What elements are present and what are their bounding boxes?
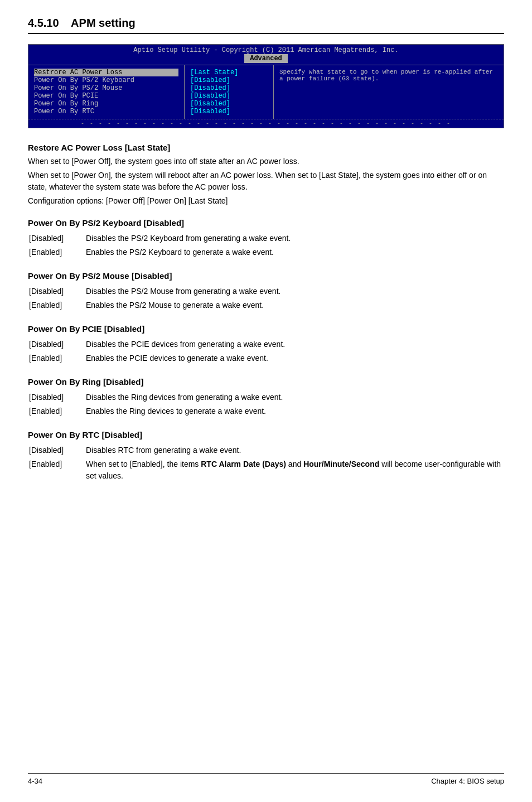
bios-val-4: [Disabled] bbox=[190, 100, 268, 108]
key-cell: [Disabled] bbox=[29, 444, 85, 457]
restore-ac-para-1: When set to [Power Off], the system goes… bbox=[28, 156, 504, 167]
bios-active-tab: Advanced bbox=[244, 54, 288, 63]
table-row: [Enabled] Enables the PCIE devices to ge… bbox=[29, 352, 503, 365]
table-ps2-keyboard: [Disabled] Disables the PS/2 Keyboard fr… bbox=[28, 231, 504, 260]
key-cell: [Disabled] bbox=[29, 285, 85, 298]
page-footer: 4-34 Chapter 4: BIOS setup bbox=[28, 773, 504, 785]
table-row: [Disabled] Disables the PS/2 Keyboard fr… bbox=[29, 232, 503, 245]
section-heading: 4.5.10 APM setting bbox=[28, 17, 504, 34]
heading-ps2-mouse: Power On By PS/2 Mouse [Disabled] bbox=[28, 271, 504, 281]
val-cell: Enables the PS/2 Mouse to generate a wak… bbox=[86, 299, 503, 312]
key-cell: [Disabled] bbox=[29, 391, 85, 404]
key-cell: [Enabled] bbox=[29, 458, 85, 482]
bios-title-text: Aptio Setup Utility - Copyright (C) 2011… bbox=[133, 46, 398, 54]
bios-screenshot: Aptio Setup Utility - Copyright (C) 2011… bbox=[28, 44, 504, 128]
table-row: [Disabled] Disables RTC from generating … bbox=[29, 444, 503, 457]
table-row: [Disabled] Disables the PS/2 Mouse from … bbox=[29, 285, 503, 298]
val-cell: Enables the PS/2 Keyboard to generate a … bbox=[86, 246, 503, 259]
bios-help-text: Specify what state to go to when power i… bbox=[279, 69, 493, 82]
val-cell: Disables the PCIE devices from generatin… bbox=[86, 338, 503, 351]
bios-help-panel: Specify what state to go to when power i… bbox=[274, 65, 504, 119]
bios-middle-panel: [Last State] [Disabled] [Disabled] [Disa… bbox=[185, 65, 274, 119]
section-restore-ac: Restore AC Power Loss [Last State] When … bbox=[28, 143, 504, 207]
heading-ring: Power On By Ring [Disabled] bbox=[28, 377, 504, 386]
table-row: [Disabled] Disables the Ring devices fro… bbox=[29, 391, 503, 404]
val-cell: Enables the PCIE devices to generate a w… bbox=[86, 352, 503, 365]
bios-val-5: [Disabled] bbox=[190, 108, 268, 115]
page-number: 4-34 bbox=[28, 777, 42, 785]
bios-item-2: Power On By PS/2 Mouse bbox=[34, 84, 178, 92]
key-cell: [Enabled] bbox=[29, 405, 85, 418]
bios-content-area: Restrore AC Power Loss Power On By PS/2 … bbox=[28, 65, 504, 119]
bios-val-2: [Disabled] bbox=[190, 84, 268, 92]
table-ps2-mouse: [Disabled] Disables the PS/2 Mouse from … bbox=[28, 284, 504, 313]
val-cell: Disables the Ring devices from generatin… bbox=[86, 391, 503, 404]
table-ring: [Disabled] Disables the Ring devices fro… bbox=[28, 390, 504, 419]
section-rtc: Power On By RTC [Disabled] [Disabled] Di… bbox=[28, 430, 504, 484]
bios-left-panel: Restrore AC Power Loss Power On By PS/2 … bbox=[28, 65, 185, 119]
heading-ps2-keyboard: Power On By PS/2 Keyboard [Disabled] bbox=[28, 218, 504, 228]
rtc-bold-1: RTC Alarm Date (Days) bbox=[201, 460, 286, 468]
bios-item-1: Power On By PS/2 Keyboard bbox=[34, 76, 178, 84]
section-title: APM setting bbox=[71, 17, 136, 29]
val-cell: Disables the PS/2 Mouse from generating … bbox=[86, 285, 503, 298]
section-number: 4.5.10 bbox=[28, 17, 59, 29]
key-cell: [Enabled] bbox=[29, 352, 85, 365]
key-cell: [Disabled] bbox=[29, 232, 85, 245]
bios-val-0: [Last State] bbox=[190, 69, 268, 76]
val-cell: When set to [Enabled], the items RTC Ala… bbox=[86, 458, 503, 482]
bios-item-5: Power On By RTC bbox=[34, 108, 178, 115]
val-cell: Disables RTC from generating a wake even… bbox=[86, 444, 503, 457]
table-row: [Enabled] When set to [Enabled], the ite… bbox=[29, 458, 503, 482]
heading-pcie: Power On By PCIE [Disabled] bbox=[28, 324, 504, 334]
table-row: [Enabled] Enables the PS/2 Keyboard to g… bbox=[29, 246, 503, 259]
bios-title-bar: Aptio Setup Utility - Copyright (C) 2011… bbox=[28, 45, 504, 65]
bios-item-0: Restrore AC Power Loss bbox=[34, 69, 178, 76]
bios-item-3: Power On By PCIE bbox=[34, 92, 178, 100]
val-cell: Disables the PS/2 Keyboard from generati… bbox=[86, 232, 503, 245]
key-cell: [Disabled] bbox=[29, 338, 85, 351]
bios-item-4: Power On By Ring bbox=[34, 100, 178, 108]
rtc-bold-2: Hour/Minute/Second bbox=[303, 460, 379, 468]
val-cell: Enables the Ring devices to generate a w… bbox=[86, 405, 503, 418]
restore-ac-config: Configuration options: [Power Off] [Powe… bbox=[28, 195, 504, 207]
section-ps2-keyboard: Power On By PS/2 Keyboard [Disabled] [Di… bbox=[28, 218, 504, 260]
bios-bottom-dashes: - - - - - - - - - - - - - - - - - - - - … bbox=[28, 119, 504, 128]
restore-ac-para-2: When set to [Power On], the system will … bbox=[28, 170, 504, 193]
section-pcie: Power On By PCIE [Disabled] [Disabled] D… bbox=[28, 324, 504, 366]
bios-val-1: [Disabled] bbox=[190, 76, 268, 84]
section-ring: Power On By Ring [Disabled] [Disabled] D… bbox=[28, 377, 504, 419]
key-cell: [Enabled] bbox=[29, 246, 85, 259]
table-rtc: [Disabled] Disables RTC from generating … bbox=[28, 443, 504, 484]
table-pcie: [Disabled] Disables the PCIE devices fro… bbox=[28, 337, 504, 366]
table-row: [Enabled] Enables the PS/2 Mouse to gene… bbox=[29, 299, 503, 312]
section-ps2-mouse: Power On By PS/2 Mouse [Disabled] [Disab… bbox=[28, 271, 504, 313]
key-cell: [Enabled] bbox=[29, 299, 85, 312]
table-row: [Disabled] Disables the PCIE devices fro… bbox=[29, 338, 503, 351]
chapter-label: Chapter 4: BIOS setup bbox=[431, 777, 504, 785]
bios-val-3: [Disabled] bbox=[190, 92, 268, 100]
heading-rtc: Power On By RTC [Disabled] bbox=[28, 430, 504, 439]
table-row: [Enabled] Enables the Ring devices to ge… bbox=[29, 405, 503, 418]
heading-restore-ac: Restore AC Power Loss [Last State] bbox=[28, 143, 504, 152]
